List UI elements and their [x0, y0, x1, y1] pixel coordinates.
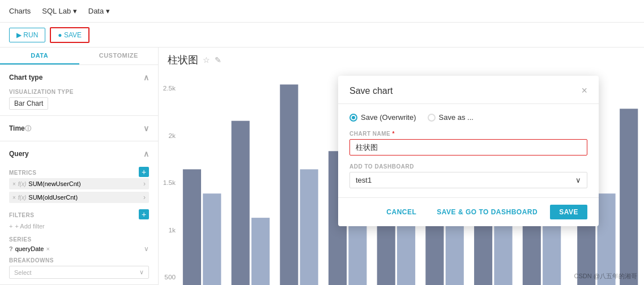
breakdowns-placeholder: Select [14, 269, 32, 276]
add-to-dashboard-label: ADD TO DASHBOARD [349, 163, 587, 170]
metric-2-func: f(x) [18, 195, 26, 201]
svg-rect-23 [620, 109, 638, 285]
save-final-button[interactable]: SAVE [550, 205, 587, 219]
series-value: queryDate [15, 245, 44, 252]
svg-text:1k: 1k [169, 226, 176, 234]
dashboard-select[interactable]: test1 ∨ [349, 172, 587, 188]
save-type-radio-group: Save (Overwrite) Save as ... [349, 113, 587, 122]
metric-1-name: SUM(newUserCnt) [28, 180, 80, 187]
svg-rect-7 [232, 121, 250, 285]
filters-label: FILTERS [9, 212, 34, 218]
save-button[interactable]: ● SAVE [50, 27, 89, 43]
svg-rect-14 [397, 224, 415, 285]
viz-type-badge[interactable]: Bar Chart [9, 97, 48, 110]
save-overwrite-option[interactable]: Save (Overwrite) [349, 113, 416, 122]
series-type-icon: ? [9, 245, 13, 252]
metric-1-chevron: › [143, 180, 146, 188]
query-label: Query [9, 150, 29, 158]
time-collapse-icon: ∨ [143, 124, 149, 133]
remove-metric-1[interactable]: × [12, 181, 16, 187]
save-go-dashboard-button[interactable]: SAVE & GO TO DASHBOARD [429, 205, 545, 219]
chart-name-input[interactable] [349, 139, 587, 156]
viz-type-label: VISUALIZATION TYPE [9, 89, 149, 95]
query-collapse-icon: ∧ [143, 149, 149, 158]
watermark: CSDN @八五年的湘哥 [574, 272, 637, 280]
metric-tag-2[interactable]: × f(x) SUM(oldUserCnt) › [9, 192, 149, 203]
sidebar: DATA CUSTOMIZE Chart type ∧ VISUALIZATIO… [0, 48, 159, 285]
svg-rect-22 [598, 193, 616, 285]
dashboard-chevron-icon: ∨ [575, 176, 581, 184]
series-tag: ? queryDate × ∨ [9, 245, 149, 253]
svg-rect-6 [203, 193, 221, 285]
star-icon[interactable]: ☆ [203, 55, 210, 64]
chart-type-header[interactable]: Chart type ∧ [9, 71, 149, 84]
modal-close-button[interactable]: × [581, 85, 587, 97]
breakdowns-label: BREAKDOWNS [9, 257, 149, 264]
breakdowns-select[interactable]: Select ∨ [9, 266, 149, 279]
chart-name-label: CHART NAME [349, 131, 587, 137]
svg-text:2k: 2k [169, 132, 176, 139]
remove-series-button[interactable]: × [46, 245, 50, 252]
metric-tag-1[interactable]: × f(x) SUM(newUserCnt) › [9, 178, 149, 189]
breakdowns-chevron-icon: ∨ [139, 269, 144, 276]
series-label: SERIES [9, 236, 149, 243]
nav-charts[interactable]: Charts [9, 5, 31, 18]
chart-type-section: Chart type ∧ VISUALIZATION TYPE Bar Char… [0, 65, 158, 116]
dashboard-value: test1 [356, 176, 372, 184]
sidebar-tabs: DATA CUSTOMIZE [0, 48, 158, 65]
add-filter-button[interactable]: + [139, 209, 149, 219]
modal-body: Save (Overwrite) Save as ... CHART NAME … [338, 104, 599, 197]
add-metric-button[interactable]: + [139, 167, 149, 177]
time-info-icon: ⓘ [25, 124, 31, 133]
chart-title: 柱状图 [168, 53, 198, 67]
metrics-label: METRICS [9, 170, 37, 176]
save-as-option[interactable]: Save as ... [428, 113, 474, 122]
time-section: Time ⓘ ∨ [0, 116, 158, 141]
remove-metric-2[interactable]: × [12, 195, 16, 201]
metric-1-func: f(x) [18, 181, 26, 187]
main-layout: DATA CUSTOMIZE Chart type ∧ VISUALIZATIO… [0, 48, 644, 285]
svg-rect-18 [494, 218, 512, 285]
modal-footer: CANCEL SAVE & GO TO DASHBOARD SAVE [338, 197, 599, 226]
top-navigation: Charts SQL Lab ▾ Data ▾ [0, 0, 644, 23]
save-overwrite-radio[interactable] [349, 114, 357, 122]
svg-rect-10 [300, 169, 318, 285]
cancel-button[interactable]: CANCEL [378, 205, 424, 219]
svg-text:500: 500 [164, 273, 176, 280]
query-section: Query ∧ METRICS + × f(x) SUM(newUserCnt)… [0, 141, 158, 285]
save-as-radio[interactable] [428, 114, 436, 122]
toolbar: ▶ RUN ● SAVE [0, 23, 644, 48]
nav-data[interactable]: Data ▾ [88, 5, 110, 18]
svg-text:1.5k: 1.5k [163, 179, 176, 186]
chart-title-bar: 柱状图 ☆ ✎ [159, 48, 644, 72]
run-button[interactable]: ▶ RUN [9, 28, 45, 42]
time-label: Time [9, 124, 25, 132]
svg-rect-8 [251, 218, 270, 285]
modal-title: Save chart [349, 86, 393, 96]
add-filter-icon: + [9, 223, 12, 230]
tab-data[interactable]: DATA [0, 48, 79, 64]
chart-type-collapse-icon: ∧ [143, 73, 149, 82]
chart-type-label: Chart type [9, 74, 42, 81]
tab-customize[interactable]: CUSTOMIZE [79, 48, 159, 64]
add-filter-placeholder[interactable]: + + Add filter [9, 221, 149, 232]
modal-header: Save chart × [338, 76, 599, 104]
add-filter-label: + Add filter [15, 223, 44, 230]
time-header[interactable]: Time ⓘ ∨ [9, 122, 149, 135]
edit-icon[interactable]: ✎ [215, 55, 221, 64]
chart-area: 柱状图 ☆ ✎ 2.5k 2k 1.5k 1k 500 [159, 48, 644, 285]
nav-sqllab[interactable]: SQL Lab ▾ [42, 5, 76, 18]
series-dropdown-icon[interactable]: ∨ [144, 245, 149, 253]
save-chart-modal: Save chart × Save (Overwrite) Save as ..… [338, 76, 599, 226]
svg-rect-5 [183, 169, 201, 285]
svg-rect-9 [280, 84, 298, 285]
save-overwrite-label: Save (Overwrite) [361, 113, 416, 122]
save-as-label: Save as ... [439, 113, 474, 122]
metric-2-name: SUM(oldUserCnt) [28, 194, 78, 201]
svg-text:2.5k: 2.5k [163, 84, 176, 92]
metric-2-chevron: › [143, 193, 146, 201]
query-header[interactable]: Query ∧ [9, 147, 149, 161]
